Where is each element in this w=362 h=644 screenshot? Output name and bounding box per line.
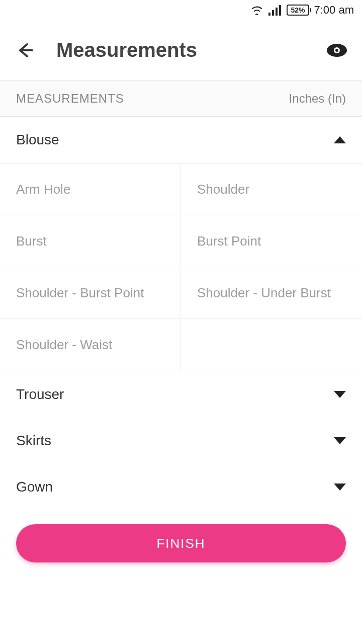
svg-rect-2 bbox=[276, 8, 278, 16]
field-burst-point[interactable] bbox=[181, 215, 362, 267]
finish-button[interactable]: FINISH bbox=[16, 524, 346, 562]
category-skirts[interactable]: Skirts bbox=[0, 418, 362, 464]
chevron-down-icon bbox=[334, 484, 346, 491]
battery-indicator: 52% bbox=[287, 5, 309, 16]
back-button[interactable] bbox=[14, 39, 36, 61]
blouse-fields bbox=[0, 163, 362, 371]
subheader-label: MEASUREMENTS bbox=[16, 92, 124, 106]
field-burst[interactable] bbox=[0, 215, 181, 267]
chevron-down-icon bbox=[334, 391, 346, 398]
measurements-subheader: MEASUREMENTS Inches (In) bbox=[0, 80, 362, 117]
unit-label[interactable]: Inches (In) bbox=[289, 92, 346, 106]
chevron-down-icon bbox=[334, 437, 346, 444]
field-arm-hole[interactable] bbox=[0, 164, 181, 215]
category-trouser[interactable]: Trouser bbox=[0, 371, 362, 418]
chevron-up-icon bbox=[334, 136, 346, 143]
category-blouse[interactable]: Blouse bbox=[0, 117, 362, 163]
svg-rect-1 bbox=[272, 10, 274, 16]
status-bar: 52% 7:00 am bbox=[0, 0, 362, 20]
wifi-icon bbox=[250, 5, 263, 15]
field-empty bbox=[181, 319, 362, 371]
svg-rect-3 bbox=[279, 5, 281, 16]
field-shoulder-under-burst[interactable] bbox=[181, 267, 362, 319]
field-shoulder-burst-point[interactable] bbox=[0, 267, 181, 319]
category-label: Skirts bbox=[16, 433, 51, 449]
field-shoulder-waist[interactable] bbox=[0, 319, 181, 371]
category-label: Blouse bbox=[16, 132, 59, 148]
svg-point-6 bbox=[335, 49, 338, 52]
svg-rect-0 bbox=[268, 13, 270, 16]
signal-icon bbox=[268, 5, 282, 16]
category-label: Trouser bbox=[16, 386, 64, 403]
clock: 7:00 am bbox=[314, 4, 354, 17]
category-gown[interactable]: Gown bbox=[0, 464, 362, 510]
category-label: Gown bbox=[16, 479, 53, 495]
field-shoulder[interactable] bbox=[181, 164, 362, 215]
visibility-toggle[interactable] bbox=[326, 39, 348, 61]
battery-level: 52% bbox=[287, 5, 309, 16]
app-bar: Measurements bbox=[0, 20, 362, 80]
page-title: Measurements bbox=[56, 39, 326, 61]
